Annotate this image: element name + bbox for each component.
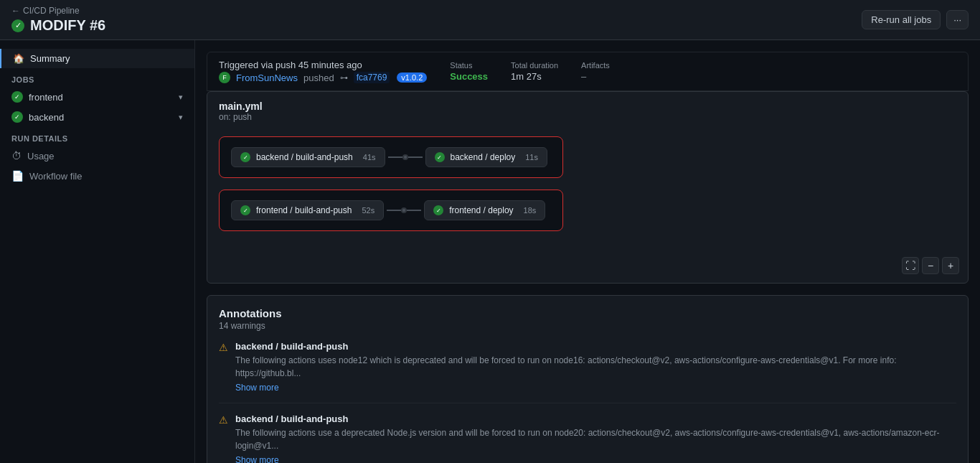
trigger-bar: Triggered via push 45 minutes ago F From… — [207, 52, 969, 91]
page-title: MODIFY #6 — [30, 17, 105, 34]
zoom-expand-button[interactable]: ⛶ — [902, 257, 919, 274]
connector-line-4 — [407, 210, 421, 211]
frontend-deploy-status-icon: ✓ — [433, 205, 443, 215]
backend-build-time: 41s — [363, 153, 376, 162]
frontend-build-name: frontend / build-and-push — [256, 205, 352, 215]
content-area: Triggered via push 45 minutes ago F From… — [195, 40, 980, 463]
arrow-left-icon: ← — [11, 6, 20, 16]
annotations-title: Annotations — [219, 307, 956, 319]
backend-chevron-icon: ▾ — [179, 113, 183, 122]
run-details-section-label: Run details — [0, 127, 194, 146]
workflow-filename: main.yml — [219, 100, 956, 112]
annotations-count: 14 warnings — [219, 321, 956, 331]
frontend-deploy-step[interactable]: ✓ frontend / deploy 18s — [424, 200, 545, 220]
version-badge[interactable]: v1.0.2 — [397, 73, 427, 83]
annotation-item-1: ⚠ backend / build-and-push The following… — [219, 341, 956, 403]
trigger-info: Triggered via push 45 minutes ago F From… — [219, 60, 427, 83]
workflow-container: main.yml on: push ✓ backend / build-and-… — [207, 91, 969, 284]
breadcrumb[interactable]: ← CI/CD Pipeline — [11, 6, 105, 16]
jobs-section-label: Jobs — [0, 68, 194, 87]
annotation-msg-2: The following actions use a deprecated N… — [235, 426, 956, 452]
duration-section: Total duration 1m 27s — [511, 61, 558, 82]
header-actions: Re-run all jobs ··· — [862, 10, 969, 29]
connector-line-3 — [387, 210, 401, 211]
workflow-file-label: Workflow file — [29, 171, 82, 182]
connector-line — [388, 156, 402, 158]
connector-2 — [387, 207, 421, 213]
sidebar-item-workflow-file[interactable]: 📄 Workflow file — [0, 166, 194, 186]
sidebar-item-frontend[interactable]: ✓ frontend ▾ — [0, 87, 194, 107]
status-label: Status — [450, 61, 488, 70]
run-status-icon: ✓ — [11, 19, 24, 32]
workflow-diagram: ✓ backend / build-and-push 41s ✓ backend… — [207, 125, 968, 283]
backend-build-step[interactable]: ✓ backend / build-and-push 41s — [231, 147, 385, 167]
backend-deploy-name: backend / deploy — [451, 152, 516, 162]
push-icon: ⊶ — [340, 73, 348, 83]
sidebar: 🏠 Summary Jobs ✓ frontend ▾ ✓ backend ▾ … — [0, 40, 195, 463]
annotation-item-2: ⚠ backend / build-and-push The following… — [219, 413, 956, 463]
frontend-job-label: frontend — [29, 92, 63, 103]
trigger-label: Triggered via push 45 minutes ago — [219, 60, 362, 70]
backend-status-icon: ✓ — [11, 111, 23, 123]
frontend-deploy-time: 18s — [524, 206, 537, 215]
annotation-msg-1: The following actions uses node12 which … — [235, 354, 956, 380]
show-more-1[interactable]: Show more — [235, 383, 956, 393]
annotation-content-2: backend / build-and-push The following a… — [235, 413, 956, 463]
sidebar-item-usage[interactable]: ⏱ Usage — [0, 146, 194, 166]
frontend-build-time: 52s — [362, 206, 374, 215]
actor-avatar: F — [219, 72, 230, 83]
summary-label: Summary — [30, 53, 70, 64]
breadcrumb-area: ← CI/CD Pipeline ✓ MODIFY #6 — [11, 6, 105, 34]
backend-deploy-step[interactable]: ✓ backend / deploy 11s — [425, 147, 547, 167]
annotation-job-2: backend / build-and-push — [235, 413, 956, 424]
workflow-trigger: on: push — [219, 112, 956, 122]
rerun-all-button[interactable]: Re-run all jobs — [862, 10, 941, 29]
usage-icon: ⏱ — [11, 150, 22, 162]
annotation-content-1: backend / build-and-push The following a… — [235, 341, 956, 393]
zoom-controls: ⛶ − + — [902, 257, 959, 274]
connector-dot — [402, 154, 408, 160]
frontend-deploy-name: frontend / deploy — [449, 205, 513, 215]
zoom-out-button[interactable]: − — [922, 257, 939, 274]
breadcrumb-label: CI/CD Pipeline — [23, 6, 80, 16]
actor-name: FromSunNews — [236, 73, 298, 83]
show-more-2[interactable]: Show more — [235, 455, 956, 463]
zoom-in-button[interactable]: + — [942, 257, 959, 274]
commit-hash[interactable]: fca7769 — [354, 72, 390, 83]
home-icon: 🏠 — [13, 53, 24, 64]
backend-pipeline-row: ✓ backend / build-and-push 41s ✓ backend… — [219, 136, 563, 178]
backend-job-label: backend — [29, 112, 64, 123]
warning-icon-1: ⚠ — [219, 342, 228, 393]
connector-line-2 — [408, 156, 423, 158]
page-title-row: ✓ MODIFY #6 — [11, 17, 105, 34]
main-layout: 🏠 Summary Jobs ✓ frontend ▾ ✓ backend ▾ … — [0, 40, 980, 463]
backend-build-status-icon: ✓ — [240, 152, 250, 162]
duration-value: 1m 27s — [511, 71, 558, 82]
workflow-header: main.yml on: push — [207, 92, 968, 125]
top-header: ← CI/CD Pipeline ✓ MODIFY #6 Re-run all … — [0, 0, 980, 40]
sidebar-item-summary[interactable]: 🏠 Summary — [0, 49, 194, 68]
frontend-build-status-icon: ✓ — [240, 205, 250, 215]
warning-icon-2: ⚠ — [219, 414, 228, 463]
status-section: Status Success — [450, 61, 488, 82]
duration-label: Total duration — [511, 61, 558, 70]
trigger-commit-row: F FromSunNews pushed ⊶ fca7769 v1.0.2 — [219, 72, 427, 83]
frontend-build-step[interactable]: ✓ frontend / build-and-push 52s — [231, 200, 384, 220]
backend-deploy-time: 11s — [525, 153, 538, 162]
artifacts-section: Artifacts – — [581, 61, 610, 82]
trigger-text: Triggered via push 45 minutes ago — [219, 60, 427, 70]
more-options-button[interactable]: ··· — [946, 10, 969, 29]
backend-build-name: backend / build-and-push — [256, 152, 353, 162]
frontend-status-icon: ✓ — [11, 91, 23, 103]
artifacts-label: Artifacts — [581, 61, 610, 70]
status-value: Success — [450, 71, 488, 82]
backend-deploy-status-icon: ✓ — [435, 152, 445, 162]
annotation-job-1: backend / build-and-push — [235, 341, 956, 352]
artifacts-value: – — [581, 71, 610, 82]
sidebar-item-backend[interactable]: ✓ backend ▾ — [0, 107, 194, 127]
frontend-chevron-icon: ▾ — [179, 93, 183, 102]
connector-1 — [388, 154, 423, 160]
workflow-file-icon: 📄 — [11, 170, 24, 182]
pushed-text: pushed — [303, 73, 334, 83]
frontend-pipeline-row: ✓ frontend / build-and-push 52s ✓ fronte… — [219, 190, 563, 231]
